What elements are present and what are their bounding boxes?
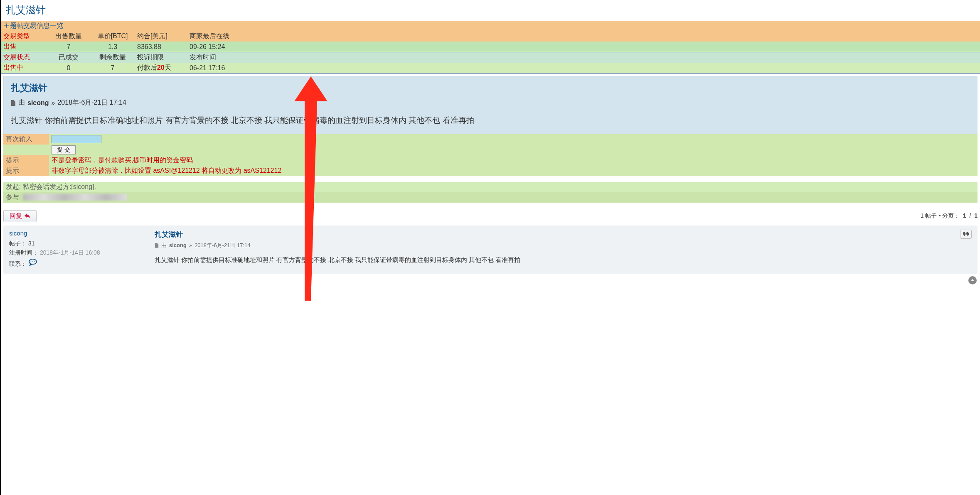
- col-deadline: 投诉期限: [135, 52, 187, 63]
- thread-author-link[interactable]: sicong: [9, 230, 146, 237]
- quote-icon: [963, 232, 969, 237]
- col-unit-price: 单价[BTC]: [91, 31, 135, 42]
- thread-post-byline: 由 sicong » 2018年-6月-21日 17:14: [155, 242, 972, 249]
- post-title: 扎艾滋针: [11, 82, 971, 94]
- col-trade-type: 交易类型: [1, 31, 47, 42]
- val-unit-price: 1.3: [91, 42, 135, 52]
- thread-contact: 联系：: [9, 258, 146, 268]
- redacted-text: [23, 194, 127, 201]
- val-sell-qty: 7: [47, 42, 91, 52]
- tip-text-1: 不是登录密码，是付款购买,提币时用的资金密码: [49, 155, 978, 166]
- col-sell-qty: 出售数量: [47, 31, 91, 42]
- main-post-panel: 扎艾滋针 由 sicong » 2018年-6月-21日 17:14 扎艾滋针 …: [3, 76, 978, 134]
- val-usd: 8363.88: [135, 42, 187, 52]
- val-remain: 7: [91, 63, 135, 73]
- svg-point-1: [30, 261, 31, 262]
- val-trade-type: 出售: [1, 42, 47, 52]
- val-done: 0: [47, 63, 91, 73]
- thread-author-panel: sicong 帖子： 31 注册时间： 2018年-1月-14日 16:08 联…: [9, 230, 146, 270]
- quote-button[interactable]: [960, 230, 972, 239]
- scroll-to-top-button[interactable]: [968, 276, 977, 284]
- pager: 1 帖子 • 分页： 1 / 1: [921, 212, 978, 220]
- reply-button[interactable]: 回复: [3, 210, 37, 222]
- pager-current: 1: [963, 212, 966, 219]
- pager-total: 1: [974, 212, 978, 219]
- session-participant: 参与:: [3, 192, 978, 203]
- page-title: 扎艾滋针: [1, 0, 980, 21]
- trade-info-overview-link[interactable]: 主题帖交易信息一览: [3, 22, 63, 29]
- session-initiator: 发起: 私密会话发起方:[sicong].: [3, 182, 978, 192]
- tip-text-2: 非数字字母部分被清除，比如设置 asAS!@121212 将自动更改为 asAS…: [49, 166, 978, 176]
- col-done: 已成交: [47, 52, 91, 63]
- chevron-up-icon: [970, 278, 975, 282]
- svg-point-2: [32, 261, 33, 262]
- post-datetime: 2018年-6月-21日 17:14: [57, 98, 126, 107]
- col-publish: 发布时间: [187, 52, 249, 63]
- post-content: 扎艾滋针 你拍前需提供目标准确地址和照片 有官方背景的不接 北京不接 我只能保证…: [11, 115, 971, 127]
- page-title-link[interactable]: 扎艾滋针: [6, 4, 46, 15]
- val-deadline: 付款后20天: [135, 63, 187, 73]
- file-icon: [11, 100, 16, 106]
- svg-point-3: [34, 261, 35, 262]
- val-last-online: 09-26 15:24: [187, 42, 249, 52]
- tip-label-2: 提示: [3, 166, 49, 176]
- post-author[interactable]: sicong: [27, 99, 49, 107]
- speech-bubble-icon[interactable]: [28, 258, 37, 266]
- thread-byline-author[interactable]: sicong: [169, 242, 187, 248]
- thread-post: sicong 帖子： 31 注册时间： 2018年-1月-14日 16:08 联…: [3, 225, 978, 274]
- val-publish: 06-21 17:16: [187, 63, 249, 73]
- thread-post-title-link[interactable]: 扎艾滋针: [155, 230, 183, 238]
- reenter-label: 再次输入: [3, 134, 49, 145]
- session-parties: 发起: 私密会话发起方:[sicong]. 参与:: [3, 182, 978, 203]
- trade-info-table: 主题帖交易信息一览 交易类型 出售数量 单价[BTC] 约合[美元] 商家最后在…: [1, 21, 980, 74]
- reenter-input[interactable]: [52, 135, 101, 143]
- reply-arrow-icon: [25, 213, 30, 218]
- val-trade-status: 出售中: [1, 63, 47, 73]
- thread-posts-count: 帖子： 31: [9, 240, 146, 248]
- col-usd: 约合[美元]: [135, 31, 187, 42]
- col-remain: 剩余数量: [91, 52, 135, 63]
- fund-password-form: 再次输入 提 交 提示 不是登录密码，是付款购买,提币时用的资金密码 提示 非数…: [3, 134, 978, 176]
- file-icon: [155, 243, 159, 248]
- thread-reg-date: 注册时间： 2018年-1月-14日 16:08: [9, 249, 146, 257]
- col-trade-status: 交易状态: [1, 52, 47, 63]
- tip-label-1: 提示: [3, 155, 49, 166]
- thread-post-content: 扎艾滋针 你拍前需提供目标准确地址和照片 有官方背景的不接 北京不接 我只能保证…: [155, 255, 972, 265]
- post-byline: 由 sicong » 2018年-6月-21日 17:14: [11, 98, 971, 107]
- col-last-online: 商家最后在线: [187, 31, 249, 42]
- submit-button[interactable]: 提 交: [52, 145, 76, 154]
